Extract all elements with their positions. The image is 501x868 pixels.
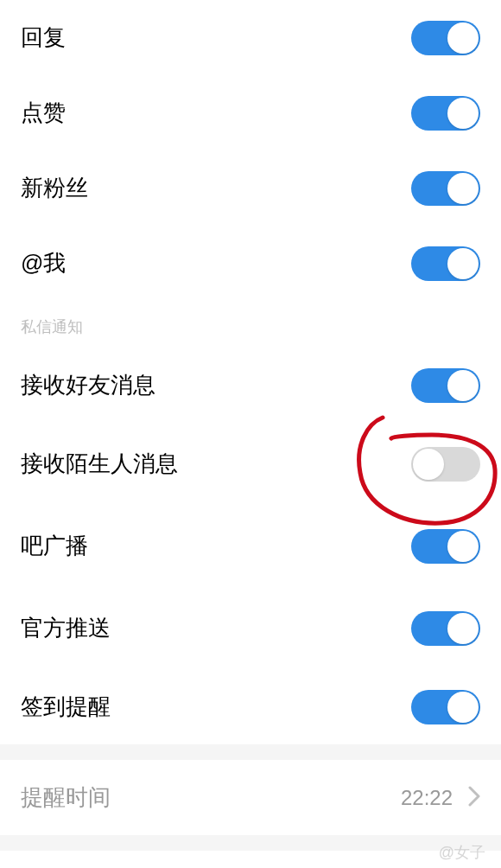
divider: [0, 744, 501, 760]
toggle-broadcast[interactable]: [411, 529, 480, 564]
divider: [0, 835, 501, 851]
toggle-new-fans[interactable]: [411, 171, 480, 206]
row-stranger-msg: 接收陌生人消息: [0, 423, 501, 505]
toggle-at-me[interactable]: [411, 246, 480, 281]
toggle-like[interactable]: [411, 96, 480, 131]
label-like: 点赞: [21, 98, 66, 128]
toggle-friend-msg[interactable]: [411, 368, 480, 403]
section-header-private-msg: 私信通知: [0, 301, 501, 348]
toggle-knob: [447, 613, 479, 644]
row-dnd: 免打扰: [0, 851, 501, 868]
toggle-stranger-msg[interactable]: [411, 447, 480, 482]
row-checkin-reminder: 签到提醒: [0, 669, 501, 744]
row-reminder-time[interactable]: 提醒时间 22:22: [0, 760, 501, 835]
label-broadcast: 吧广播: [21, 531, 88, 561]
label-new-fans: 新粉丝: [21, 173, 88, 203]
label-friend-msg: 接收好友消息: [21, 370, 155, 400]
value-reminder-time: 22:22: [401, 786, 453, 810]
toggle-knob: [447, 370, 479, 401]
toggle-knob: [447, 248, 479, 279]
toggle-reply[interactable]: [411, 21, 480, 55]
toggle-official-push[interactable]: [411, 611, 480, 646]
chevron-right-icon: [468, 786, 480, 810]
toggle-knob: [447, 22, 479, 54]
row-at-me: @我: [0, 226, 501, 301]
toggle-knob: [447, 98, 479, 129]
label-checkin-reminder: 签到提醒: [21, 692, 111, 722]
row-reply: 回复: [0, 0, 501, 75]
watermark: @女子: [439, 842, 485, 863]
toggle-knob: [413, 449, 444, 480]
toggle-knob: [447, 692, 479, 723]
label-at-me: @我: [21, 248, 66, 278]
row-official-push: 官方推送: [0, 587, 501, 669]
toggle-knob: [447, 531, 479, 562]
toggle-checkin-reminder[interactable]: [411, 690, 480, 724]
row-friend-msg: 接收好友消息: [0, 348, 501, 423]
row-like: 点赞: [0, 75, 501, 150]
nav-right: 22:22: [401, 786, 480, 810]
row-new-fans: 新粉丝: [0, 150, 501, 226]
label-reminder-time: 提醒时间: [21, 782, 111, 813]
row-broadcast: 吧广播: [0, 505, 501, 587]
label-stranger-msg: 接收陌生人消息: [21, 449, 178, 479]
toggle-knob: [447, 173, 479, 204]
label-official-push: 官方推送: [21, 613, 111, 643]
label-reply: 回复: [21, 22, 66, 53]
